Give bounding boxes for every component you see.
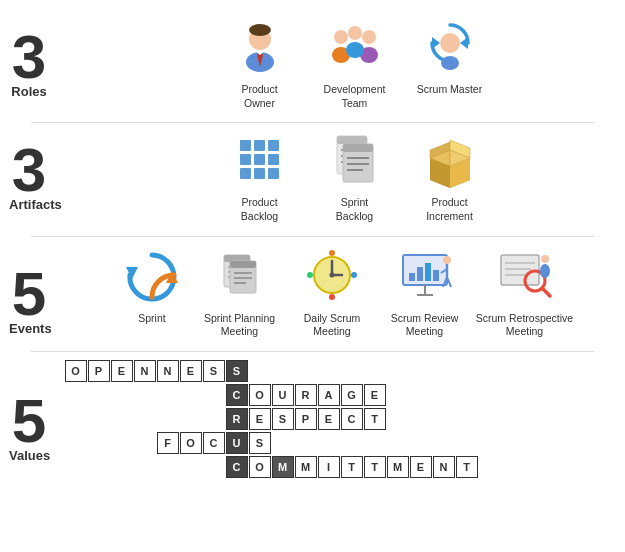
product-owner-label: ProductOwner [241, 83, 277, 110]
dev-team-icon [322, 14, 387, 79]
product-backlog-icon [227, 127, 292, 192]
cell-empty [134, 384, 156, 406]
svg-line-79 [542, 288, 550, 296]
daily-scrum-item: Daily ScrumMeeting [287, 243, 377, 339]
scrum-master-icon [417, 14, 482, 79]
values-section: 5 Values O P E N N E S S [0, 354, 625, 480]
cell-empty [203, 384, 225, 406]
daily-scrum-label: Daily ScrumMeeting [304, 312, 361, 339]
cell-empty [88, 432, 110, 454]
product-increment-icon [417, 127, 482, 192]
cell-empty [157, 456, 179, 478]
cell: G [341, 384, 363, 406]
cell-empty [111, 384, 133, 406]
product-backlog-label: ProductBacklog [241, 196, 278, 223]
svg-rect-65 [425, 263, 431, 281]
svg-point-80 [541, 255, 549, 263]
events-number: 5 [9, 263, 49, 325]
daily-scrum-icon [300, 243, 365, 308]
svg-rect-23 [254, 168, 265, 179]
cell-highlight: R [226, 408, 248, 430]
events-items: Sprint [54, 243, 625, 339]
svg-point-61 [330, 273, 335, 278]
scrum-review-item: Scrum ReviewMeeting [377, 243, 472, 339]
sprint-item: Sprint [112, 243, 192, 326]
cell: C [203, 432, 225, 454]
sprint-planning-icon [207, 243, 272, 308]
cell: E [111, 360, 133, 382]
cell-empty [65, 456, 87, 478]
svg-rect-18 [268, 140, 279, 151]
cell: A [318, 384, 340, 406]
artifacts-section: 3 Artifacts [0, 123, 625, 227]
cell-empty [134, 432, 156, 454]
artifacts-label: Artifacts [9, 197, 49, 212]
focus-row: F O C U S [64, 432, 478, 455]
svg-point-69 [443, 256, 451, 264]
values-label: Values [9, 448, 49, 463]
sprint-backlog-icon [322, 127, 387, 192]
cell-empty [65, 432, 87, 454]
svg-rect-31 [343, 144, 373, 152]
roles-number: 3 [9, 26, 49, 88]
svg-rect-16 [240, 140, 251, 151]
cell: E [249, 408, 271, 430]
commitment-row: C O M M I T T M E N T [64, 456, 478, 479]
cell-empty [88, 456, 110, 478]
cell: E [318, 408, 340, 430]
cell-empty [157, 408, 179, 430]
scrum-review-label: Scrum ReviewMeeting [391, 312, 459, 339]
scrum-review-icon [392, 243, 457, 308]
sprint-backlog-item: SprintBacklog [307, 127, 402, 223]
cell: N [157, 360, 179, 382]
cell: T [364, 456, 386, 478]
cell: T [364, 408, 386, 430]
events-section: 5 Events Sprint [0, 237, 625, 343]
sprint-backlog-label: SprintBacklog [336, 196, 373, 223]
cell-highlight: C [226, 384, 248, 406]
svg-point-59 [329, 294, 335, 300]
product-increment-item: ProductIncrement [402, 127, 497, 223]
roles-section-label-area: 3 Roles [4, 26, 54, 99]
svg-rect-21 [268, 154, 279, 165]
cell-empty [203, 456, 225, 478]
svg-rect-66 [433, 270, 439, 281]
svg-point-2 [249, 24, 271, 36]
crossword: O P E N N E S S C O U [64, 360, 478, 480]
values-section-label-area: 5 Values [4, 360, 54, 463]
scrum-master-item: Scrum Master [402, 14, 497, 97]
main-container: 3 Roles [0, 0, 625, 552]
cell-empty [65, 384, 87, 406]
sprint-icon [120, 243, 185, 308]
cell: F [157, 432, 179, 454]
scrum-master-label: Scrum Master [417, 83, 482, 97]
svg-point-57 [329, 250, 335, 256]
cell-empty [134, 456, 156, 478]
svg-point-8 [362, 30, 376, 44]
svg-rect-64 [417, 267, 423, 281]
dev-team-label: DevelopmentTeam [324, 83, 386, 110]
cell: O [65, 360, 87, 382]
events-label: Events [9, 321, 49, 336]
cell-empty [203, 408, 225, 430]
cell-empty [180, 456, 202, 478]
dev-team-item: DevelopmentTeam [307, 14, 402, 110]
cell-highlight: U [226, 432, 248, 454]
cell: T [341, 456, 363, 478]
scrum-retro-item: Scrum RetrospectiveMeeting [472, 243, 577, 339]
cell: P [295, 408, 317, 430]
svg-marker-12 [460, 37, 468, 49]
svg-point-10 [348, 26, 362, 40]
product-increment-label: ProductIncrement [426, 196, 473, 223]
sprint-label: Sprint [138, 312, 165, 326]
artifacts-section-label-area: 3 Artifacts [4, 139, 54, 212]
cell-highlight: S [226, 360, 248, 382]
svg-rect-19 [240, 154, 251, 165]
cell: N [433, 456, 455, 478]
roles-section: 3 Roles [0, 10, 625, 114]
cell: M [387, 456, 409, 478]
svg-rect-17 [254, 140, 265, 151]
svg-point-81 [540, 264, 550, 278]
product-owner-icon [227, 14, 292, 79]
cell: R [295, 384, 317, 406]
